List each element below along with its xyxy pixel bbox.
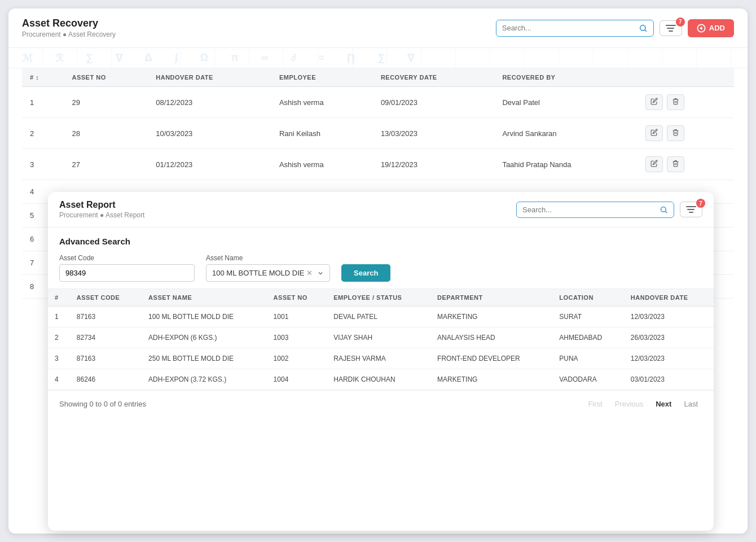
rt-col-num: # — [48, 289, 70, 307]
rt-cell-asset-name: ADH-EXPON (6 KGS.) — [142, 327, 267, 348]
last-button[interactable]: Last — [679, 397, 702, 410]
rt-cell-employee-status: DEVAL PATEL — [327, 307, 430, 327]
table-row: 2 28 10/03/2023 Rani Keilash 13/03/2023 … — [22, 118, 734, 149]
edit-button[interactable] — [645, 125, 663, 141]
asset-report-title-area: Asset Report Procurement ● Asset Report — [59, 200, 144, 219]
edit-button[interactable] — [645, 156, 663, 172]
svg-line-1 — [645, 30, 647, 32]
asset-report-search-button[interactable] — [660, 206, 668, 214]
asset-code-input[interactable] — [59, 264, 195, 282]
table-row: 2 82734 ADH-EXPON (6 KGS.) 1003 VIJAY SH… — [48, 327, 714, 348]
rt-cell-num: 4 — [48, 369, 70, 390]
cell-recovery-date: 13/03/2023 — [373, 118, 495, 149]
rt-cell-num: 1 — [48, 307, 70, 327]
rt-cell-asset-no: 1004 — [267, 369, 327, 390]
col-recovered-by: RECOVERED BY — [494, 68, 637, 87]
asset-recovery-search-input[interactable] — [502, 24, 639, 32]
table-row: 1 87163 100 ML BOTTLE MOLD DIE 1001 DEVA… — [48, 307, 714, 327]
svg-point-0 — [640, 25, 645, 30]
ar-filter-icon — [686, 206, 696, 213]
rt-cell-asset-code: 82734 — [70, 327, 142, 348]
cell-asset-no: 29 — [64, 87, 148, 118]
asset-report-header: Asset Report Procurement ● Asset Report — [48, 192, 714, 228]
ar-filter-badge: 7 — [696, 199, 705, 208]
asset-recovery-breadcrumb: Procurement ● Asset Recovery — [22, 30, 116, 38]
rt-cell-location: PUNA — [552, 348, 624, 369]
rt-col-asset-code: ASSET CODE — [70, 289, 142, 307]
add-button[interactable]: ADD — [688, 19, 734, 37]
rt-col-employee-status: EMPLOYEE / STATUS — [327, 289, 430, 307]
svg-line-6 — [665, 211, 667, 213]
col-handover-date: HANDOVER DATE — [148, 68, 271, 87]
rt-cell-asset-code: 87163 — [70, 348, 142, 369]
asset-recovery-title-area: Asset Recovery Procurement ● Asset Recov… — [22, 18, 116, 38]
asset-report-search-input[interactable] — [522, 206, 660, 214]
asset-recovery-search-button[interactable] — [639, 24, 648, 33]
delete-button[interactable] — [667, 125, 684, 141]
previous-button[interactable]: Previous — [610, 397, 648, 410]
clear-icon[interactable]: ✕ — [306, 269, 313, 277]
delete-button[interactable] — [667, 94, 684, 110]
chevron-down-icon — [317, 270, 324, 277]
asset-report-breadcrumb: Procurement ● Asset Report — [59, 211, 144, 219]
rt-cell-employee-status: RAJESH VARMA — [327, 348, 430, 369]
add-button-label: ADD — [709, 24, 725, 32]
rt-col-department: DEPARTMENT — [430, 289, 552, 307]
cell-asset-no: 27 — [64, 149, 148, 180]
cell-actions — [638, 87, 734, 118]
rt-cell-asset-code: 86246 — [70, 369, 142, 390]
asset-recovery-actions: 7 ADD — [496, 19, 734, 37]
asset-code-label: Asset Code — [59, 254, 195, 262]
table-row: 1 29 08/12/2023 Ashish verma 09/01/2023 … — [22, 87, 734, 118]
result-table-header: # ASSET CODE ASSET NAME ASSET NO EMPLOYE… — [48, 289, 714, 307]
col-employee: EMPLOYEE — [271, 68, 373, 87]
rt-col-location: LOCATION — [552, 289, 624, 307]
col-asset-no: ASSET NO — [64, 68, 148, 87]
cell-actions — [638, 118, 734, 149]
rt-cell-asset-code: 87163 — [70, 307, 142, 327]
rt-cell-employee-status: VIJAY SHAH — [327, 327, 430, 348]
first-button[interactable]: First — [583, 397, 606, 410]
asset-name-value: 100 ML BOTTLE MOLD DIE — [212, 269, 305, 277]
cell-employee: Ashish verma — [271, 149, 373, 180]
asset-report-filter-button[interactable]: 7 — [680, 202, 702, 217]
rt-cell-num: 2 — [48, 327, 70, 348]
delete-button[interactable] — [667, 156, 684, 172]
asset-name-select[interactable]: 100 ML BOTTLE MOLD DIE ✕ — [206, 264, 330, 282]
cell-recovered-by: Deval Patel — [494, 87, 637, 118]
asset-report-search-box[interactable] — [516, 202, 674, 218]
col-actions — [638, 68, 734, 87]
cell-recovered-by: Arvind Sankaran — [494, 118, 637, 149]
rt-cell-asset-no: 1003 — [267, 327, 327, 348]
rt-cell-department: FRONT-END DEVELOPER — [430, 348, 552, 369]
rt-cell-handover-date: 12/03/2023 — [624, 348, 714, 369]
rt-col-asset-name: ASSET NAME — [142, 289, 267, 307]
search-button[interactable]: Search — [341, 264, 390, 282]
showing-text: Showing 0 to 0 of 0 entries — [59, 400, 146, 408]
cell-handover-date: 08/12/2023 — [148, 87, 271, 118]
cell-asset-no: 28 — [64, 118, 148, 149]
advanced-search-section: Advanced Search Asset Code Asset Name 10… — [48, 228, 714, 289]
result-table-body: 1 87163 100 ML BOTTLE MOLD DIE 1001 DEVA… — [48, 307, 714, 390]
rt-cell-location: AHMEDABAD — [552, 327, 624, 348]
asset-recovery-search-box[interactable] — [496, 20, 654, 37]
filter-badge: 7 — [676, 18, 685, 27]
result-table-wrapper: # ASSET CODE ASSET NAME ASSET NO EMPLOYE… — [48, 289, 714, 390]
result-table: # ASSET CODE ASSET NAME ASSET NO EMPLOYE… — [48, 289, 714, 390]
cell-employee: Rani Keilash — [271, 118, 373, 149]
rt-cell-department: MARKETING — [430, 369, 552, 390]
search-fields: Asset Code Asset Name 100 ML BOTTLE MOLD… — [59, 254, 702, 282]
table-row: 3 87163 250 ML BOTTLE MOLD DIE 1002 RAJE… — [48, 348, 714, 369]
rt-cell-handover-date: 12/03/2023 — [624, 307, 714, 327]
cell-recovery-date: 09/01/2023 — [373, 87, 495, 118]
pagination-buttons: First Previous Next Last — [583, 397, 702, 410]
cell-recovery-date: 19/12/2023 — [373, 149, 495, 180]
asset-recovery-table-header: # ↕ ASSET NO HANDOVER DATE EMPLOYEE RECO… — [22, 68, 734, 87]
pagination-bar: Showing 0 to 0 of 0 entries First Previo… — [48, 390, 714, 417]
asset-recovery-filter-button[interactable]: 7 — [660, 20, 682, 36]
cell-num: 2 — [22, 118, 64, 149]
rt-cell-asset-no: 1002 — [267, 348, 327, 369]
ar-breadcrumb-current: Asset Report — [106, 211, 144, 219]
edit-button[interactable] — [645, 94, 663, 110]
next-button[interactable]: Next — [651, 397, 676, 410]
